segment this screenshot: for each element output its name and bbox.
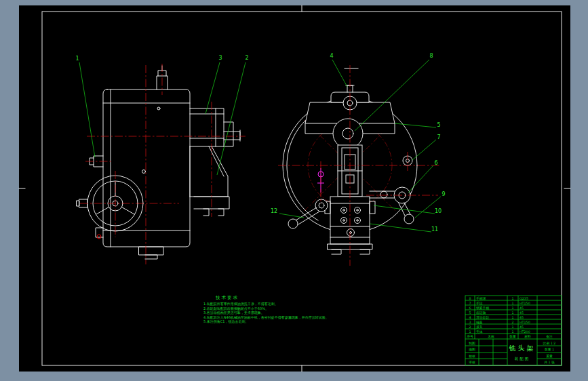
- cad-canvas[interactable]: 1 3 2 4 8 5 7 6 9 10 11 12 技术要求 1.装配前所有零…: [0, 0, 588, 381]
- bom-cell: HT150: [520, 302, 530, 305]
- callout-1: 1: [75, 56, 79, 62]
- bom-cell: 1: [511, 311, 513, 315]
- bom-cell: 7: [469, 302, 471, 305]
- bom-header-cell: 数量: [509, 335, 516, 338]
- notes-heading: 技术要求: [215, 295, 239, 300]
- info-cell: 数量 1: [545, 348, 554, 351]
- engineering-drawing: 1 3 2 4 8 5 7 6 9 10 11 12 技术要求 1.装配前所有零…: [0, 0, 588, 381]
- callout-3: 3: [218, 55, 222, 61]
- note-line: 5.未注倒角C1，锐边去毛刺。: [203, 319, 248, 324]
- callout-12: 12: [271, 208, 277, 214]
- bom-cell: 1: [511, 325, 513, 329]
- callout-11: 11: [431, 226, 438, 233]
- sign-row-label: 校核: [468, 355, 475, 358]
- bom-cell: 手柄球: [476, 296, 486, 301]
- bom-cell: 45: [520, 311, 524, 315]
- bom-cell: 拨叉: [476, 325, 483, 329]
- bom-cell: 2: [469, 325, 471, 329]
- bom-cell: 端盖: [476, 320, 483, 324]
- callout-10: 10: [435, 208, 442, 214]
- callout-7: 7: [437, 134, 440, 140]
- sign-row-label: 审核: [469, 360, 475, 364]
- bom-cell: 4: [469, 316, 471, 319]
- bom-cell: 45: [520, 316, 524, 319]
- drawing-subtitle: 装配图: [515, 357, 530, 361]
- bom-cell: 3: [469, 321, 471, 324]
- bom-cell: 8: [469, 297, 471, 300]
- bore-circle: [333, 119, 363, 148]
- callout-5: 5: [437, 122, 440, 128]
- bom-header-cell: 序号: [467, 334, 473, 338]
- bom-cell: Q235: [520, 297, 528, 300]
- bom-cell: 1: [511, 302, 513, 305]
- bom-cell: HT200: [520, 330, 530, 334]
- bom-cell: 6: [469, 306, 471, 310]
- bom-cell: 1: [469, 330, 471, 334]
- callout-6: 6: [434, 160, 437, 166]
- bom-cell: 1: [511, 297, 513, 300]
- bom-cell: 1: [511, 306, 513, 310]
- bom-cell: 锁紧手柄: [476, 306, 489, 310]
- bom-cell: 5: [469, 311, 471, 315]
- bom-cell: HT150: [520, 321, 530, 324]
- bom-cell: 45: [520, 306, 524, 310]
- bom-cell: 手轮: [476, 301, 483, 306]
- info-cell: 重量: [546, 354, 553, 358]
- bom-cell: 1: [511, 316, 513, 319]
- bom-cell: 1: [511, 330, 513, 334]
- callout-8: 8: [429, 53, 433, 59]
- drawing-title: 铣头架: [509, 344, 536, 352]
- bom-cell: 2: [511, 321, 513, 324]
- callout-2: 2: [245, 55, 248, 61]
- bom-header-cell: 备注: [546, 334, 553, 339]
- callout-4: 4: [330, 53, 333, 59]
- bom-cell: 45: [520, 325, 524, 329]
- callout-9: 9: [442, 191, 445, 197]
